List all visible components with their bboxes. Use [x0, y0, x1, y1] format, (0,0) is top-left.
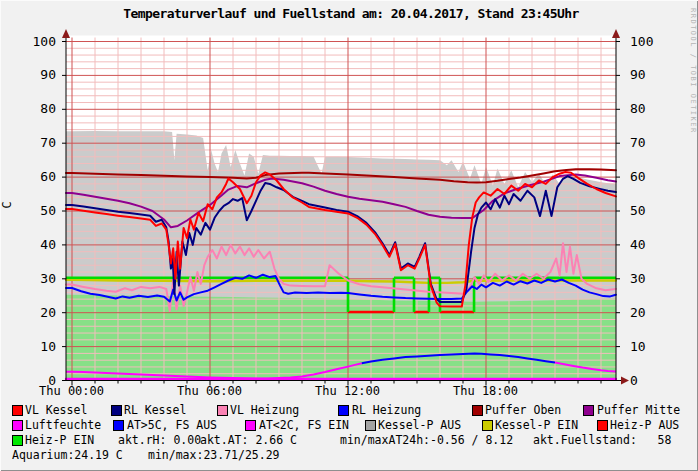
y-tick-label-left: 70 [26, 136, 56, 150]
y-tick-label-right: 100 [630, 35, 664, 49]
legend-label: Puffer Mitte [597, 404, 680, 417]
x-axis-arrow [621, 377, 629, 385]
y-tick-label-left: 10 [26, 340, 56, 354]
legend-label: Heiz-P EIN [25, 434, 94, 447]
legend-label: Aquarium:24.19 C [12, 449, 123, 462]
legend-label: Kessel-P AUS [378, 419, 461, 432]
legend-swatch [111, 405, 122, 416]
y-tick-label-left: 30 [26, 272, 56, 286]
y-tick-label-left: 80 [26, 102, 56, 116]
legend-label: VL Kessel [25, 404, 87, 417]
y-tick-label-right: 70 [630, 136, 664, 150]
x-tick-label: Thu 12:00 [315, 385, 380, 398]
legend-label: Luftfeuchte [25, 419, 101, 432]
y-tick-label-right: 10 [630, 340, 664, 354]
legend-swatch [365, 420, 376, 431]
y-tick-label-right: 60 [630, 170, 664, 184]
y-tick-label-right: 80 [630, 102, 664, 116]
legend-label: min/max:23.71/25.29 [148, 449, 280, 462]
y-tick-label-right: 40 [630, 238, 664, 252]
legend-label: AT>5C, FS AUS [127, 419, 217, 432]
legend-label: akt.Fuellstand: 58 [533, 434, 671, 447]
y-tick-label-left: 50 [26, 204, 56, 218]
x-tick-label: Thu 18:00 [453, 385, 518, 398]
legend-swatch [12, 420, 23, 431]
x-tick-label: Thu 00:00 [39, 385, 104, 398]
legend-label: akt.rH: 0.00 [118, 434, 201, 447]
y-tick-label-left: 40 [26, 238, 56, 252]
legend-swatch [583, 405, 594, 416]
legend-swatch [338, 405, 349, 416]
legend-swatch [482, 420, 493, 431]
x-tick-label: Thu 06:00 [177, 385, 242, 398]
chart-canvas [0, 0, 698, 471]
legend-swatch [472, 405, 483, 416]
y-axis-arrow-right [612, 29, 620, 38]
legend-label: min/maxAT24h:-0.56 / 8.12 [340, 434, 513, 447]
legend-swatch [245, 420, 256, 431]
legend-swatch [217, 405, 228, 416]
legend-label: AT<2C, FS EIN [259, 419, 349, 432]
y-axis-arrow-left [62, 29, 70, 38]
legend-label: Puffer Oben [485, 404, 561, 417]
legend-label: Heiz-P AUS [610, 419, 679, 432]
y-tick-label-left: 60 [26, 170, 56, 184]
y-tick-label-right: 20 [630, 306, 664, 320]
legend-swatch [12, 435, 23, 446]
y-tick-label-right: 50 [630, 204, 664, 218]
legend-swatch [12, 405, 23, 416]
rrdtool-graph: Temperaturverlauf und Fuellstand am: 20.… [0, 0, 698, 471]
legend-swatch [113, 420, 124, 431]
legend-label: akt.AT: 2.66 C [200, 434, 297, 447]
y-tick-label-left: 20 [26, 306, 56, 320]
y-tick-label-right: 30 [630, 272, 664, 286]
legend-label: RL Kessel [124, 404, 186, 417]
legend-label: Kessel-P EIN [495, 419, 578, 432]
legend-swatch [597, 420, 608, 431]
legend-label: VL Heizung [230, 404, 299, 417]
legend-label: RL Heizung [352, 404, 421, 417]
y-tick-label-right: 0 [630, 374, 664, 388]
y-tick-label-left: 100 [26, 35, 56, 49]
y-tick-label-right: 90 [630, 68, 664, 82]
y-tick-label-left: 90 [26, 68, 56, 82]
